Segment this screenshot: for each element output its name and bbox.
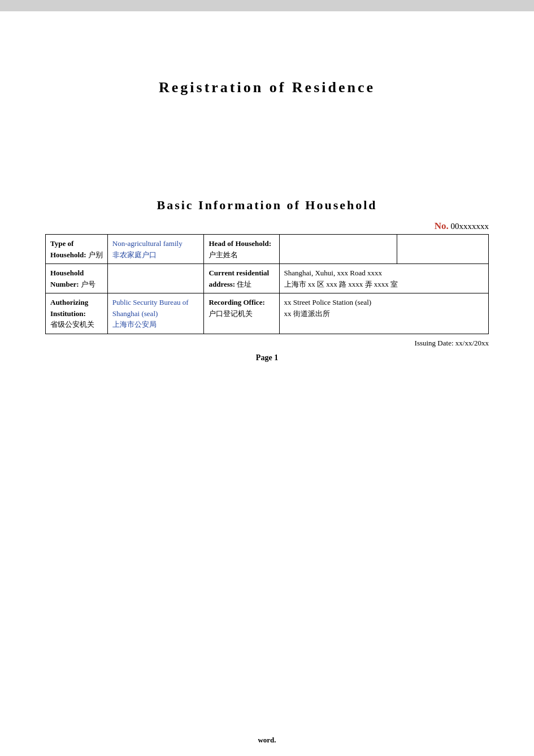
address-value: Shanghai, Xuhui, xxx Road xxxx 上海市 xx 区 … (279, 264, 488, 293)
auth-label: Authorizing Institution: 省级公安机关 (46, 293, 108, 334)
head-extra (397, 235, 488, 264)
table-row: Authorizing Institution: 省级公安机关 Public S… (46, 293, 489, 334)
head-value (279, 235, 397, 264)
table-row: Household Number: 户号 Current residential… (46, 264, 489, 293)
issuing-date: Issuing Date: xx/xx/20xx (45, 339, 489, 348)
page-number: Page 1 (45, 353, 489, 362)
document-page: Registration of Residence Basic Informat… (0, 11, 534, 756)
recording-label: Recording Office: 户口登记机关 (204, 293, 279, 334)
no-label: No. (435, 221, 449, 231)
info-table: Type of Household: 户别 Non-agricultural f… (45, 234, 489, 334)
type-label: Type of Household: 户别 (46, 235, 108, 264)
number-label: Household Number: 户号 (46, 264, 108, 293)
document-number-line: No. 00xxxxxxx (45, 221, 489, 232)
type-value: Non-agricultural family 非农家庭户口 (107, 235, 204, 264)
address-label: Current residential address: 住址 (204, 264, 279, 293)
table-row: Type of Household: 户别 Non-agricultural f… (46, 235, 489, 264)
auth-value: Public Security Bureau of Shanghai (seal… (107, 293, 204, 334)
number-value (107, 264, 204, 293)
footer-word: word. (258, 736, 276, 745)
no-value: 00xxxxxxx (451, 222, 489, 231)
section-title: Basic Information of Household (45, 198, 489, 213)
recording-value: xx Street Police Station (seal) xx 街道派出所 (279, 293, 488, 334)
main-title: Registration of Residence (45, 79, 489, 96)
head-label: Head of Household: 户主姓名 (204, 235, 279, 264)
